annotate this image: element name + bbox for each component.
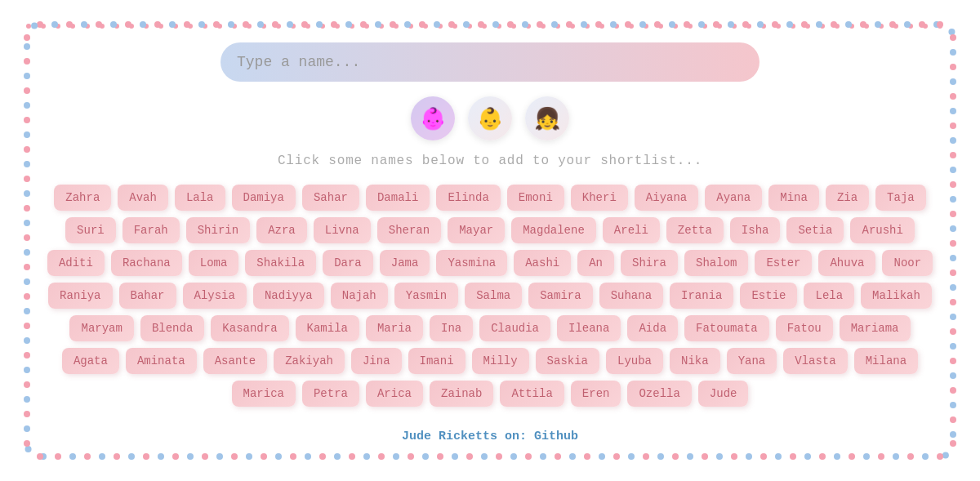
name-tag[interactable]: Lela: [804, 283, 854, 309]
name-tag[interactable]: Magdalene: [511, 217, 596, 243]
gender-btn-girl[interactable]: 👧: [525, 96, 569, 140]
name-tag[interactable]: Aiyana: [635, 185, 698, 211]
name-tag[interactable]: Setia: [786, 217, 844, 243]
gender-filter-group: 👶 👶 👧: [411, 96, 569, 140]
name-tag[interactable]: Vlasta: [783, 348, 847, 374]
name-tag[interactable]: Shira: [621, 250, 678, 276]
name-tag[interactable]: Malikah: [861, 283, 932, 309]
name-tag[interactable]: Mayar: [448, 217, 505, 243]
name-tag[interactable]: Mina: [768, 185, 819, 211]
name-tag[interactable]: Ina: [430, 315, 473, 341]
name-tag[interactable]: Shakila: [245, 250, 316, 276]
name-tag[interactable]: Blenda: [140, 315, 204, 341]
name-tag[interactable]: Bahar: [119, 283, 176, 309]
name-tag[interactable]: An: [577, 250, 614, 276]
gender-btn-all[interactable]: 👶: [411, 96, 455, 140]
name-tag[interactable]: Sheran: [377, 217, 441, 243]
name-tag[interactable]: Yasmin: [394, 283, 458, 309]
name-tag[interactable]: Jina: [351, 348, 402, 374]
name-tag[interactable]: Damiya: [232, 185, 296, 211]
gender-btn-boy[interactable]: 👶: [468, 96, 512, 140]
name-tag[interactable]: Raniya: [48, 283, 112, 309]
name-tag[interactable]: Damali: [366, 185, 430, 211]
name-tag[interactable]: Petra: [302, 381, 359, 407]
name-tag[interactable]: Nika: [670, 348, 720, 374]
name-tag[interactable]: Areli: [603, 217, 660, 243]
name-tag[interactable]: Dara: [323, 250, 373, 276]
name-tag[interactable]: Shirin: [186, 217, 250, 243]
name-tag[interactable]: Milly: [472, 348, 529, 374]
name-tag[interactable]: Jama: [380, 250, 430, 276]
baby-girl-icon: 👧: [534, 106, 560, 131]
subtitle-text: Click some names below to add to your sh…: [278, 154, 702, 168]
name-tag[interactable]: Zainab: [430, 381, 493, 407]
name-tag[interactable]: Saskia: [536, 348, 599, 374]
name-tag[interactable]: Fatoumata: [684, 315, 769, 341]
name-tag[interactable]: Alysia: [183, 283, 247, 309]
name-tag[interactable]: Ayana: [705, 185, 762, 211]
name-tag[interactable]: Azra: [256, 217, 307, 243]
main-wrapper: 👶 👶 👧 Click some names below to add to y…: [20, 18, 960, 463]
github-link[interactable]: Jude Ricketts on: Github: [402, 430, 578, 443]
name-tag[interactable]: Milana: [854, 348, 918, 374]
name-tag[interactable]: Kheri: [571, 185, 628, 211]
name-tag[interactable]: Salma: [465, 283, 522, 309]
name-tag[interactable]: Najah: [331, 283, 388, 309]
name-tag[interactable]: Suri: [65, 217, 116, 243]
names-grid: ZahraAvahLalaDamiyaSaharDamaliElindaEmon…: [45, 185, 935, 407]
name-tag[interactable]: Taja: [875, 185, 926, 211]
name-tag[interactable]: Ahuva: [818, 250, 875, 276]
name-tag[interactable]: Fatou: [776, 315, 833, 341]
name-tag[interactable]: Attila: [500, 381, 564, 407]
name-tag[interactable]: Arushi: [850, 217, 914, 243]
name-tag[interactable]: Aminata: [126, 348, 197, 374]
baby-boy-icon: 👶: [477, 106, 503, 131]
name-tag[interactable]: Ileana: [557, 315, 621, 341]
name-tag[interactable]: Shalom: [684, 250, 748, 276]
name-tag[interactable]: Sahar: [302, 185, 359, 211]
name-tag[interactable]: Isha: [730, 217, 781, 243]
name-tag[interactable]: Suhana: [599, 283, 663, 309]
name-tag[interactable]: Emoni: [507, 185, 564, 211]
name-tag[interactable]: Yana: [727, 348, 777, 374]
name-tag[interactable]: Nadiyya: [253, 283, 324, 309]
footer-prefix: Jude Ricketts on:: [402, 430, 534, 443]
name-tag[interactable]: Jude: [698, 381, 749, 407]
name-tag[interactable]: Loma: [189, 250, 239, 276]
name-tag[interactable]: Maria: [366, 315, 423, 341]
name-tag[interactable]: Zakiyah: [274, 348, 345, 374]
name-tag[interactable]: Noor: [882, 250, 933, 276]
name-tag[interactable]: Farah: [122, 217, 180, 243]
name-tag[interactable]: Zahra: [54, 185, 111, 211]
name-tag[interactable]: Zetta: [666, 217, 724, 243]
name-tag[interactable]: Claudia: [479, 315, 550, 341]
name-tag[interactable]: Yasmina: [436, 250, 507, 276]
name-tag[interactable]: Aditi: [47, 250, 105, 276]
name-tag[interactable]: Kamila: [296, 315, 359, 341]
name-tag[interactable]: Eren: [571, 381, 621, 407]
name-tag[interactable]: Estie: [740, 283, 797, 309]
name-tag[interactable]: Arica: [366, 381, 423, 407]
github-label: Github: [534, 430, 578, 443]
name-tag[interactable]: Aashi: [514, 250, 571, 276]
name-tag[interactable]: Mariama: [840, 315, 911, 341]
name-tag[interactable]: Imani: [408, 348, 466, 374]
name-tag[interactable]: Ozella: [627, 381, 691, 407]
name-tag[interactable]: Kasandra: [211, 315, 288, 341]
name-tag[interactable]: Agata: [62, 348, 119, 374]
name-tag[interactable]: Avah: [118, 185, 168, 211]
search-input[interactable]: [220, 42, 760, 82]
name-tag[interactable]: Lyuba: [606, 348, 663, 374]
name-tag[interactable]: Rachana: [111, 250, 182, 276]
name-tag[interactable]: Aida: [627, 315, 678, 341]
name-tag[interactable]: Irania: [670, 283, 733, 309]
name-tag[interactable]: Zia: [826, 185, 869, 211]
name-tag[interactable]: Marica: [232, 381, 296, 407]
name-tag[interactable]: Maryam: [69, 315, 133, 341]
name-tag[interactable]: Lala: [175, 185, 225, 211]
name-tag[interactable]: Livna: [314, 217, 371, 243]
name-tag[interactable]: Ester: [755, 250, 812, 276]
name-tag[interactable]: Elinda: [436, 185, 500, 211]
name-tag[interactable]: Asante: [203, 348, 267, 374]
name-tag[interactable]: Samira: [528, 283, 592, 309]
